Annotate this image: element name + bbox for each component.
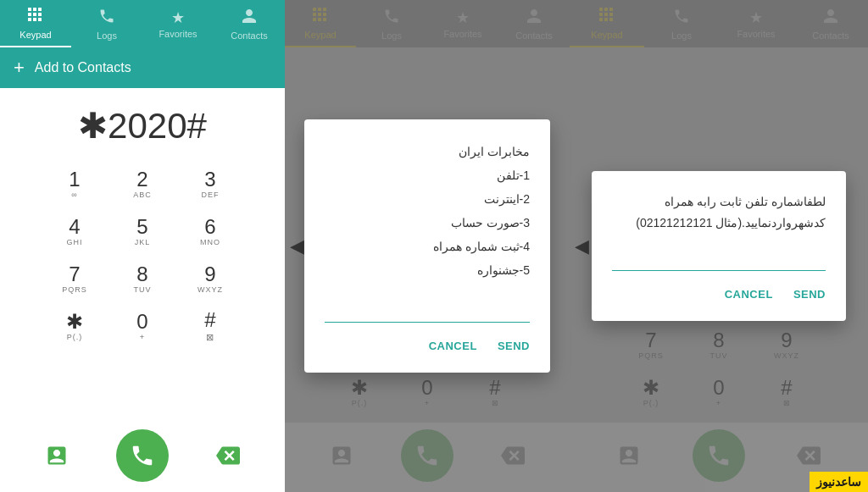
call-button-left[interactable] [116, 429, 169, 482]
svg-rect-5 [38, 13, 42, 16]
svg-rect-6 [28, 18, 31, 21]
right-panel: Keypad Logs ★ Favorites [570, 0, 868, 492]
number-display-left: ✱2020# [0, 88, 285, 155]
modal-cancel-right[interactable]: CANCEL [725, 288, 773, 301]
dial-key-1[interactable]: 1 ∞ [45, 162, 104, 206]
watermark: ساعدنیوز [810, 472, 868, 492]
nav-logs-label-left: Logs [97, 30, 117, 41]
nav-favorites-label-left: Favorites [159, 29, 197, 39]
modal-card-right: لطفاشماره تلفن ثابت رابه همراه کدشهروارد… [592, 171, 846, 321]
left-panel: Keypad Logs ★ Favorites Contacts + Ad [0, 0, 285, 492]
svg-rect-4 [33, 13, 36, 16]
svg-rect-3 [28, 13, 31, 16]
modal-cancel-mid[interactable]: CANCEL [429, 340, 477, 352]
modal-overlay-right: لطفاشماره تلفن ثابت رابه همراه کدشهروارد… [570, 0, 868, 492]
modal-input-mid[interactable] [325, 299, 530, 323]
left-nav-bar: Keypad Logs ★ Favorites Contacts [0, 0, 285, 47]
keypad-icon-left [27, 7, 44, 28]
modal-actions-mid: CANCEL SEND [325, 340, 530, 352]
plus-icon-left: + [14, 57, 25, 79]
dial-key-2[interactable]: 2 ABC [113, 162, 172, 206]
add-contact-button-left[interactable] [36, 434, 78, 477]
dial-key-8[interactable]: 8 TUV [113, 257, 172, 301]
modal-send-right[interactable]: SEND [793, 288, 826, 301]
modal-send-mid[interactable]: SEND [498, 340, 530, 352]
dialpad-row-1: 1 ∞ 2 ABC 3 DEF [45, 162, 240, 206]
modal-input-right[interactable] [612, 247, 826, 271]
modal-card-mid: مخابرات ایران 1-تلفن 2-اینترنت 3-صورت حس… [304, 119, 550, 373]
middle-panel: Keypad Logs ★ Favorites [285, 0, 570, 492]
svg-rect-0 [28, 8, 31, 11]
nav-contacts-label-left: Contacts [231, 30, 267, 41]
modal-overlay-mid: مخابرات ایران 1-تلفن 2-اینترنت 3-صورت حس… [285, 0, 570, 492]
modal-text-mid: مخابرات ایران 1-تلفن 2-اینترنت 3-صورت حس… [325, 140, 530, 282]
dial-key-7[interactable]: 7 PQRS [45, 257, 104, 301]
nav-contacts-left[interactable]: Contacts [214, 0, 285, 47]
action-bar-left [0, 423, 285, 492]
add-contacts-label-left: Add to Contacts [35, 60, 131, 75]
svg-rect-2 [38, 8, 42, 11]
modal-text-right: لطفاشماره تلفن ثابت رابه همراه کدشهروارد… [612, 191, 826, 234]
dial-key-0[interactable]: 0 + [113, 304, 172, 348]
add-contacts-bar-left[interactable]: + Add to Contacts [0, 47, 285, 88]
dialed-number-left: ✱2020# [78, 105, 207, 146]
dial-key-hash[interactable]: # ⊠ [181, 304, 240, 348]
dial-key-6[interactable]: 6 MNO [181, 209, 240, 253]
logs-icon-left [98, 8, 115, 29]
dialpad-row-3: 7 PQRS 8 TUV 9 WXYZ [45, 257, 240, 301]
dialpad-row-2: 4 GHI 5 JKL 6 MNO [45, 209, 240, 253]
delete-button-left[interactable] [207, 434, 249, 477]
dial-key-4[interactable]: 4 GHI [45, 209, 104, 253]
nav-keypad-label-left: Keypad [19, 30, 51, 40]
nav-keypad-left[interactable]: Keypad [0, 0, 71, 47]
svg-rect-1 [33, 8, 36, 11]
svg-rect-7 [33, 18, 36, 21]
dial-key-star[interactable]: ✱ P(.) [45, 304, 104, 348]
contacts-icon-left [241, 8, 258, 29]
dial-key-3[interactable]: 3 DEF [181, 162, 240, 206]
dialpad-row-4: ✱ P(.) 0 + # ⊠ [45, 304, 240, 348]
dial-key-5[interactable]: 5 JKL [113, 209, 172, 253]
dialpad-left: 1 ∞ 2 ABC 3 DEF 4 GHI 5 JKL 6 MN [0, 155, 285, 423]
nav-favorites-left[interactable]: ★ Favorites [142, 0, 214, 47]
modal-actions-right: CANCEL SEND [612, 288, 826, 301]
favorites-icon-left: ★ [171, 8, 185, 27]
nav-logs-left[interactable]: Logs [71, 0, 142, 47]
dial-key-9[interactable]: 9 WXYZ [181, 257, 240, 301]
svg-rect-8 [38, 18, 42, 21]
